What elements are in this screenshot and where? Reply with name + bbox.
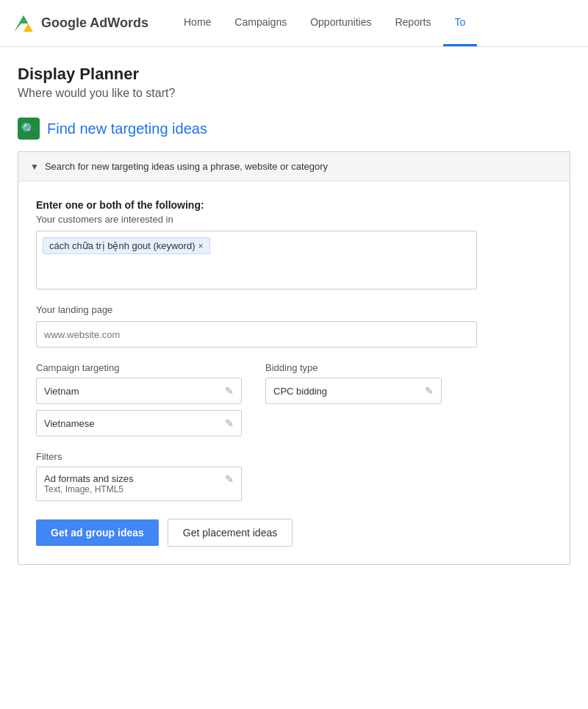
get-placement-ideas-button[interactable]: Get placement ideas xyxy=(168,519,293,547)
campaign-targeting-vietnam[interactable]: Vietnam ✎ xyxy=(36,378,242,404)
main-card: ▼ Search for new targeting ideas using a… xyxy=(18,151,570,565)
search-icon-box: 🔍 xyxy=(18,118,40,140)
logo-area: Google AdWords xyxy=(12,12,148,35)
logo-text: Google AdWords xyxy=(41,15,148,31)
bidding-edit-icon: ✎ xyxy=(425,385,434,397)
keyword-tag: cách chữa trị bệnh gout (keyword) × xyxy=(43,237,210,254)
keyword-input-area[interactable]: cách chữa trị bệnh gout (keyword) × xyxy=(36,231,477,289)
landing-page-input[interactable] xyxy=(36,321,477,348)
vietnam-edit-icon: ✎ xyxy=(225,385,234,397)
keyword-tag-text: cách chữa trị bệnh gout (keyword) xyxy=(49,240,195,251)
filter-box[interactable]: Ad formats and sizes Text, Image, HTML5 … xyxy=(36,467,242,501)
two-col-row: Campaign targeting Vietnam ✎ Vietnamese … xyxy=(36,362,552,436)
form-group-keywords: Enter one or both of the following: Your… xyxy=(36,199,552,289)
nav-links: Home Campaigns Opportunities Reports To xyxy=(172,0,576,46)
filter-box-text: Ad formats and sizes Text, Image, HTML5 xyxy=(44,473,133,494)
keyword-tag-close[interactable]: × xyxy=(198,241,203,251)
enter-label: Enter one or both of the following: xyxy=(36,199,552,211)
filter-subtitle: Text, Image, HTML5 xyxy=(44,484,133,494)
vietnamese-edit-icon: ✎ xyxy=(225,417,234,429)
get-ad-group-ideas-button[interactable]: Get ad group ideas xyxy=(36,519,159,546)
page-content: Display Planner Where would you like to … xyxy=(0,47,588,583)
card-body: Enter one or both of the following: Your… xyxy=(18,181,570,564)
collapse-icon: ▼ xyxy=(30,162,39,172)
adwords-logo-icon xyxy=(12,12,35,35)
search-icon: 🔍 xyxy=(21,122,36,136)
campaign-targeting-col: Campaign targeting Vietnam ✎ Vietnamese … xyxy=(36,362,242,436)
bidding-value: CPC bidding xyxy=(273,386,327,397)
form-group-filters: Filters Ad formats and sizes Text, Image… xyxy=(36,451,552,501)
nav-tools[interactable]: To xyxy=(443,0,478,46)
filters-label: Filters xyxy=(36,451,552,462)
page-title: Display Planner xyxy=(18,65,570,84)
keywords-label: Your customers are interested in xyxy=(36,214,552,225)
bidding-type-select[interactable]: CPC bidding ✎ xyxy=(265,378,442,404)
card-header-text: Search for new targeting ideas using a p… xyxy=(45,161,328,172)
button-row: Get ad group ideas Get placement ideas xyxy=(36,519,552,547)
section-title: Find new targeting ideas xyxy=(47,120,207,137)
campaign-vietnamese-value: Vietnamese xyxy=(44,418,94,429)
nav-opportunities[interactable]: Opportunities xyxy=(298,0,383,46)
card-header[interactable]: ▼ Search for new targeting ideas using a… xyxy=(18,152,570,181)
form-group-landing-page: Your landing page xyxy=(36,304,552,348)
top-navigation: Google AdWords Home Campaigns Opportunit… xyxy=(0,0,588,47)
page-subtitle: Where would you like to start? xyxy=(18,87,570,100)
landing-page-label: Your landing page xyxy=(36,304,552,315)
svg-marker-1 xyxy=(24,24,33,32)
campaign-label: Campaign targeting xyxy=(36,362,242,373)
bidding-label: Bidding type xyxy=(265,362,442,373)
filter-edit-icon: ✎ xyxy=(225,473,234,485)
bidding-type-col: Bidding type CPC bidding ✎ xyxy=(265,362,442,436)
nav-home[interactable]: Home xyxy=(172,0,223,46)
nav-reports[interactable]: Reports xyxy=(383,0,442,46)
campaign-targeting-vietnamese[interactable]: Vietnamese ✎ xyxy=(36,410,242,436)
nav-campaigns[interactable]: Campaigns xyxy=(223,0,298,46)
section-header: 🔍 Find new targeting ideas xyxy=(18,118,570,140)
campaign-vietnam-value: Vietnam xyxy=(44,386,79,397)
filter-title: Ad formats and sizes xyxy=(44,473,133,484)
